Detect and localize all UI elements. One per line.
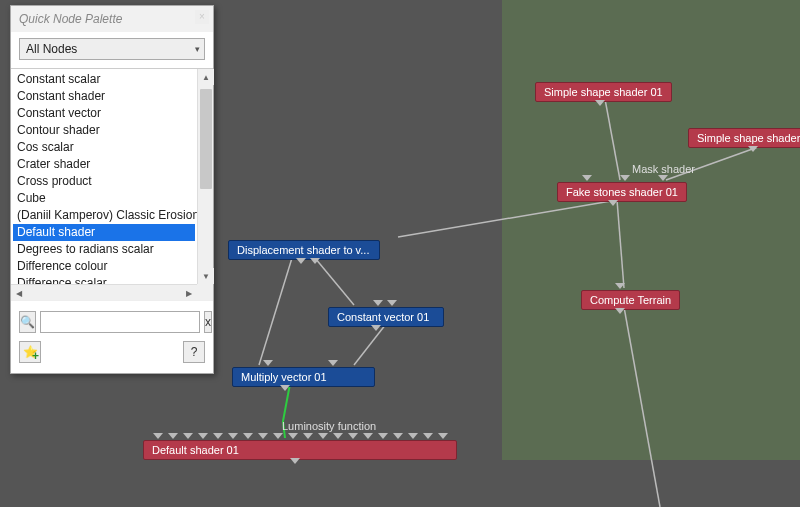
node-label: Simple shape shader bbox=[697, 132, 800, 144]
port-triangle-icon[interactable] bbox=[582, 175, 592, 181]
port-triangle-icon[interactable] bbox=[748, 146, 758, 152]
port-triangle-icon[interactable] bbox=[348, 433, 358, 439]
port-triangle-icon[interactable] bbox=[290, 458, 300, 464]
port-label: Mask shader bbox=[632, 163, 695, 175]
list-item[interactable]: Constant scalar bbox=[13, 71, 195, 88]
port-triangle-icon[interactable] bbox=[213, 433, 223, 439]
node-compute-terrain[interactable]: Compute Terrain bbox=[581, 290, 680, 310]
list-item[interactable]: Default shader bbox=[13, 224, 195, 241]
node-ports bbox=[570, 175, 680, 181]
node-simple-shape-2[interactable]: Simple shape shader bbox=[688, 128, 800, 148]
list-item[interactable]: Contour shader bbox=[13, 122, 195, 139]
node-category-dropdown[interactable]: All Nodes ▾ bbox=[19, 38, 205, 60]
list-item[interactable]: Constant vector bbox=[13, 105, 195, 122]
list-item[interactable]: Cos scalar bbox=[13, 139, 195, 156]
node-displacement-shader[interactable]: Displacement shader to v... bbox=[228, 240, 380, 260]
port-triangle-icon[interactable] bbox=[387, 300, 397, 306]
node-list-viewport[interactable]: Constant scalarConstant shaderConstant v… bbox=[11, 69, 197, 284]
port-triangle-icon[interactable] bbox=[153, 433, 163, 439]
help-button[interactable]: ? bbox=[183, 341, 205, 363]
node-multiply-vector[interactable]: Multiply vector 01 bbox=[232, 367, 375, 387]
port-triangle-icon[interactable] bbox=[620, 175, 630, 181]
node-ports bbox=[248, 258, 368, 264]
search-input[interactable] bbox=[40, 311, 200, 333]
node-label: Displacement shader to v... bbox=[237, 244, 369, 256]
scroll-up-icon[interactable]: ▲ bbox=[198, 69, 214, 85]
list-item[interactable]: Degrees to radians scalar bbox=[13, 241, 195, 258]
port-triangle-icon[interactable] bbox=[393, 433, 403, 439]
search-button[interactable]: 🔍 bbox=[19, 311, 36, 333]
node-label: Simple shape shader 01 bbox=[544, 86, 663, 98]
node-label: Multiply vector 01 bbox=[241, 371, 327, 383]
port-triangle-icon[interactable] bbox=[288, 433, 298, 439]
node-ports bbox=[150, 433, 450, 439]
svg-line-1 bbox=[315, 258, 354, 305]
node-ports bbox=[290, 458, 300, 464]
add-favorite-button[interactable]: ⭐ + bbox=[19, 341, 41, 363]
list-item[interactable]: Cross product bbox=[13, 173, 195, 190]
list-item[interactable]: Difference scalar bbox=[13, 275, 195, 284]
list-item[interactable]: Constant shader bbox=[13, 88, 195, 105]
horizontal-scrollbar[interactable]: ◀ ▶ bbox=[11, 284, 197, 300]
dropdown-value: All Nodes bbox=[26, 42, 77, 56]
port-triangle-icon[interactable] bbox=[373, 300, 383, 306]
node-ports bbox=[371, 325, 381, 331]
close-button[interactable]: × bbox=[195, 10, 209, 24]
svg-line-2 bbox=[354, 324, 386, 365]
port-triangle-icon[interactable] bbox=[333, 433, 343, 439]
plus-icon: + bbox=[32, 349, 39, 363]
node-ports bbox=[615, 283, 625, 289]
node-ports bbox=[240, 360, 360, 366]
port-triangle-icon[interactable] bbox=[438, 433, 448, 439]
node-ports bbox=[595, 100, 605, 106]
port-triangle-icon[interactable] bbox=[303, 433, 313, 439]
port-triangle-icon[interactable] bbox=[378, 433, 388, 439]
port-triangle-icon[interactable] bbox=[198, 433, 208, 439]
port-label: Luminosity function bbox=[282, 420, 376, 432]
port-triangle-icon[interactable] bbox=[183, 433, 193, 439]
scroll-left-icon[interactable]: ◀ bbox=[11, 285, 27, 301]
quick-node-palette: Quick Node Palette × All Nodes ▾ Constan… bbox=[10, 5, 214, 374]
node-label: Compute Terrain bbox=[590, 294, 671, 306]
port-triangle-icon[interactable] bbox=[371, 325, 381, 331]
port-triangle-icon[interactable] bbox=[328, 360, 338, 366]
port-triangle-icon[interactable] bbox=[243, 433, 253, 439]
port-triangle-icon[interactable] bbox=[363, 433, 373, 439]
scroll-thumb[interactable] bbox=[200, 89, 212, 189]
palette-title: Quick Node Palette bbox=[19, 12, 122, 26]
port-triangle-icon[interactable] bbox=[595, 100, 605, 106]
port-triangle-icon[interactable] bbox=[658, 175, 668, 181]
port-triangle-icon[interactable] bbox=[273, 433, 283, 439]
port-triangle-icon[interactable] bbox=[263, 360, 273, 366]
port-triangle-icon[interactable] bbox=[615, 283, 625, 289]
search-row: 🔍 x bbox=[11, 300, 213, 337]
clear-search-button[interactable]: x bbox=[204, 311, 212, 333]
port-triangle-icon[interactable] bbox=[310, 258, 320, 264]
node-default-shader[interactable]: Default shader 01 bbox=[143, 440, 457, 460]
port-triangle-icon[interactable] bbox=[168, 433, 178, 439]
port-triangle-icon[interactable] bbox=[608, 200, 618, 206]
node-simple-shape-1[interactable]: Simple shape shader 01 bbox=[535, 82, 672, 102]
scroll-right-icon[interactable]: ▶ bbox=[181, 285, 197, 301]
port-triangle-icon[interactable] bbox=[408, 433, 418, 439]
node-ports bbox=[615, 308, 625, 314]
node-fake-stones[interactable]: Fake stones shader 01 bbox=[557, 182, 687, 202]
node-constant-vector[interactable]: Constant vector 01 bbox=[328, 307, 444, 327]
port-triangle-icon[interactable] bbox=[228, 433, 238, 439]
list-item[interactable]: Cube bbox=[13, 190, 195, 207]
vertical-scrollbar[interactable]: ▲ ▼ bbox=[197, 69, 213, 284]
port-triangle-icon[interactable] bbox=[296, 258, 306, 264]
list-item[interactable]: Crater shader bbox=[13, 156, 195, 173]
port-triangle-icon[interactable] bbox=[423, 433, 433, 439]
node-ports bbox=[608, 200, 618, 206]
port-triangle-icon[interactable] bbox=[615, 308, 625, 314]
list-item[interactable]: (Daniil Kamperov) Classic Erosion bbox=[13, 207, 195, 224]
list-item[interactable]: Difference colour bbox=[13, 258, 195, 275]
port-triangle-icon[interactable] bbox=[318, 433, 328, 439]
node-list: Constant scalarConstant shaderConstant v… bbox=[11, 68, 213, 300]
node-ports bbox=[748, 146, 758, 152]
port-triangle-icon[interactable] bbox=[258, 433, 268, 439]
scroll-down-icon[interactable]: ▼ bbox=[198, 268, 214, 284]
port-triangle-icon[interactable] bbox=[280, 385, 290, 391]
scroll-corner bbox=[197, 284, 213, 300]
